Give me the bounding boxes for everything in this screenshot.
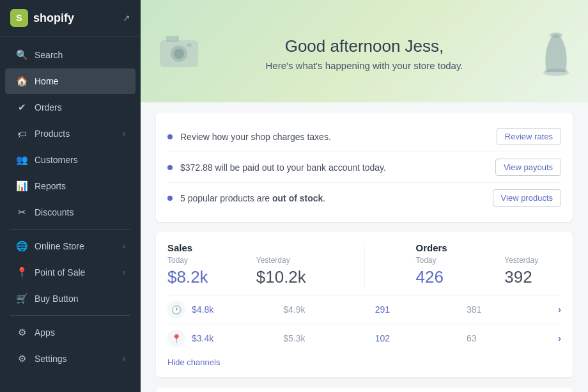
sidebar-item-buy-button[interactable]: 🛒Buy Button: [5, 286, 135, 311]
sidebar-item-label-products: Products: [35, 129, 123, 139]
orders-today-label: Today: [416, 256, 473, 265]
channel-val-0-0: $4.8k: [192, 304, 283, 315]
channel-val-0-1: $4.9k: [283, 304, 375, 315]
channel-val-0-2: 291: [375, 304, 467, 315]
alert-dot: [167, 165, 173, 170]
sales-today-value: $8.2k: [167, 267, 224, 287]
hero-section: Good afternoon Jess, Here's what's happe…: [141, 0, 588, 102]
sales-yesterday-label: Yesterday: [256, 256, 313, 265]
sidebar-item-reports[interactable]: 📊Reports: [5, 173, 135, 199]
sidebar-item-home[interactable]: 🏠Home: [5, 68, 135, 94]
hero-decor-left: [153, 24, 205, 78]
hero-decor-right: [537, 21, 575, 81]
sales-yesterday-value: $10.2k: [256, 267, 313, 287]
sidebar-item-online-store[interactable]: 🌐Online Store›: [5, 233, 135, 259]
channel-vals-0: $4.8k$4.9k291381: [192, 304, 558, 315]
discounts-icon: ✂: [15, 206, 28, 219]
sales-label: Sales: [167, 242, 313, 253]
low-stock-card: Low stock Yesterday 19 people viewed the…: [156, 388, 573, 392]
online-store-arrow-icon: ›: [123, 242, 125, 251]
svg-rect-1: [166, 36, 179, 42]
channel-val-1-3: 63: [467, 333, 558, 343]
reports-icon: 📊: [15, 180, 28, 192]
sidebar-item-point-of-sale[interactable]: 📍Point of Sale›: [5, 260, 135, 285]
stats-divider: [364, 242, 365, 287]
sales-cols: Today $8.2k Yesterday $10.2k: [167, 256, 313, 287]
point-of-sale-arrow-icon: ›: [123, 268, 125, 277]
sidebar-item-orders[interactable]: ✔Orders: [5, 95, 135, 120]
apps-icon: ⚙: [15, 326, 28, 339]
customers-icon: 👥: [15, 153, 28, 166]
sidebar-item-label-customers: Customers: [35, 155, 125, 165]
stats-header: Sales Today $8.2k Yesterday $10.2k: [167, 242, 561, 287]
channel-icon-1: 📍: [167, 329, 185, 347]
alert-button-0[interactable]: Review rates: [497, 128, 561, 145]
settings-arrow-icon: ›: [123, 354, 125, 363]
sidebar-item-discounts[interactable]: ✂Discounts: [5, 200, 135, 225]
svg-point-3: [174, 49, 184, 59]
alerts-card: Review how your shop charges taxes.Revie…: [156, 113, 573, 222]
svg-rect-4: [187, 43, 192, 47]
hide-channels-link[interactable]: Hide channels: [167, 352, 561, 367]
sales-yesterday-col: Yesterday $10.2k: [256, 256, 313, 287]
sidebar-item-label-settings: Settings: [35, 354, 123, 364]
sidebar-item-label-buy-button: Buy Button: [35, 294, 125, 304]
online-store-icon: 🌐: [15, 240, 28, 253]
channel-val-1-2: 102: [375, 333, 467, 343]
sidebar-item-label-orders: Orders: [35, 102, 125, 113]
channel-icon-0: 🕐: [167, 301, 185, 318]
channel-arrow-0[interactable]: ›: [558, 304, 561, 315]
sales-today-col: Today $8.2k: [167, 256, 224, 287]
buy-button-icon: 🛒: [15, 292, 28, 305]
sidebar-item-settings[interactable]: ⚙Settings›: [5, 346, 135, 372]
alert-text-0: Review how your shop charges taxes.: [180, 132, 497, 142]
channel-val-0-3: 381: [467, 304, 558, 315]
sidebar-item-label-reports: Reports: [35, 181, 125, 191]
stats-card: Sales Today $8.2k Yesterday $10.2k: [156, 232, 573, 377]
sidebar-item-label-home: Home: [35, 76, 125, 86]
alert-text-2: 5 popular products are out of stock.: [180, 193, 493, 203]
channel-row-1: 📍$3.4k$5.3k10263›: [167, 324, 561, 352]
alert-button-1[interactable]: View payouts: [495, 159, 561, 176]
settings-icon: ⚙: [15, 352, 28, 365]
sidebar-item-customers[interactable]: 👥Customers: [5, 147, 135, 173]
channel-row-0: 🕐$4.8k$4.9k291381›: [167, 295, 561, 324]
main-content: Good afternoon Jess, Here's what's happe…: [141, 0, 588, 392]
sidebar-header: S shopify ↗: [0, 0, 141, 36]
sales-section: Sales Today $8.2k Yesterday $10.2k: [167, 242, 313, 287]
alert-item-0: Review how your shop charges taxes.Revie…: [167, 122, 561, 152]
alert-button-2[interactable]: View products: [493, 189, 561, 207]
hero-greeting: Good afternoon Jess,: [285, 36, 444, 56]
orders-today-value: 426: [416, 267, 473, 287]
svg-point-6: [550, 33, 562, 38]
products-arrow-icon: ›: [123, 129, 125, 138]
brand-name: shopify: [33, 12, 74, 25]
sidebar-item-label-point-of-sale: Point of Sale: [35, 267, 123, 278]
sidebar-item-search[interactable]: 🔍Search: [5, 42, 135, 68]
alert-text-1: $372.88 will be paid out to your bank ac…: [180, 162, 495, 173]
point-of-sale-icon: 📍: [15, 266, 28, 279]
products-icon: 🏷: [15, 127, 28, 140]
orders-yesterday-value: 392: [504, 267, 561, 287]
alert-dot: [167, 196, 173, 201]
alert-dot: [167, 134, 173, 139]
sidebar-item-label-discounts: Discounts: [35, 207, 125, 217]
content-area: Review how your shop charges taxes.Revie…: [141, 102, 588, 392]
sidebar-nav: 🔍Search🏠Home✔Orders🏷Products›👥Customers📊…: [0, 36, 141, 392]
external-link-icon[interactable]: ↗: [123, 13, 130, 23]
brand-logo[interactable]: S shopify: [10, 9, 74, 27]
orders-yesterday-label: Yesterday: [504, 256, 561, 265]
channel-arrow-1[interactable]: ›: [558, 333, 561, 343]
orders-today-col: Today 426: [416, 256, 473, 287]
hero-subtitle: Here's what's happening with your store …: [266, 60, 463, 71]
search-icon: 🔍: [15, 49, 28, 61]
sidebar-item-apps[interactable]: ⚙Apps: [5, 320, 135, 345]
channel-vals-1: $3.4k$5.3k10263: [192, 333, 558, 343]
sales-today-label: Today: [167, 256, 224, 265]
sidebar-item-label-online-store: Online Store: [35, 241, 123, 251]
channel-val-1-1: $5.3k: [283, 333, 375, 343]
channels-container: 🕐$4.8k$4.9k291381›📍$3.4k$5.3k10263›: [167, 295, 561, 352]
channel-val-1-0: $3.4k: [192, 333, 283, 343]
orders-label: Orders: [416, 242, 562, 253]
sidebar-item-products[interactable]: 🏷Products›: [5, 121, 135, 146]
